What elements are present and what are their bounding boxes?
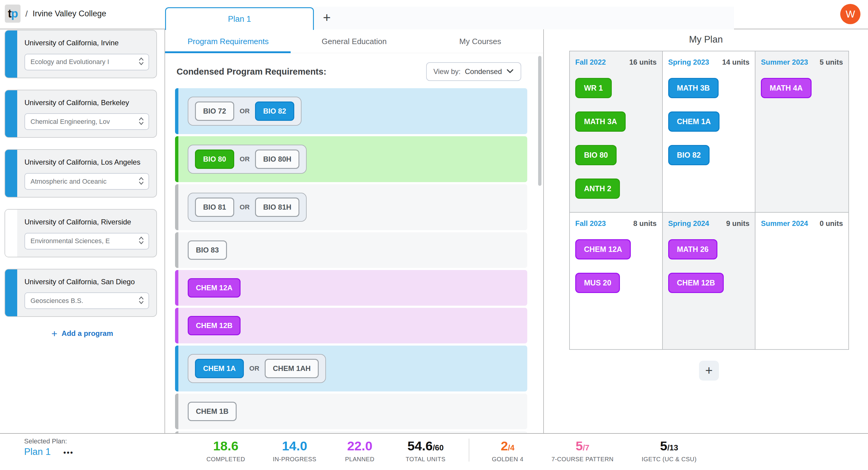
stat-label: IN-PROGRESS <box>273 456 316 463</box>
course-pill-bio-80h[interactable]: BIO 80H <box>255 149 300 169</box>
program-card-uc-san-diego[interactable]: University of California, San Diego Geos… <box>4 269 157 317</box>
program-card-uc-riverside[interactable]: University of California, Riverside Envi… <box>4 209 157 257</box>
course-pill-chem-12a[interactable]: CHEM 12A <box>188 278 241 297</box>
user-avatar[interactable]: W <box>840 4 861 24</box>
stat-value: 14.0 <box>282 439 307 453</box>
stat-value: 18.6 <box>213 439 239 453</box>
program-card-uc-berkeley[interactable]: University of California, Berkeley Chemi… <box>4 90 157 138</box>
program-select-value: Geosciences B.S. <box>30 297 136 305</box>
program-card-uc-los-angeles[interactable]: University of California, Los Angeles At… <box>4 149 157 198</box>
scrollbar-thumb[interactable] <box>538 56 541 186</box>
program-select-value: Environmental Sciences, E <box>30 237 136 245</box>
program-select[interactable]: Environmental Sciences, E <box>25 233 149 249</box>
course-pill-chem-12b[interactable]: CHEM 12B <box>188 316 241 335</box>
plan-chip-chem-12a[interactable]: CHEM 12A <box>575 239 631 260</box>
select-chevrons-icon <box>138 236 144 246</box>
course-pill-bio-82[interactable]: BIO 82 <box>255 101 294 121</box>
plan-chip-mus-20[interactable]: MUS 20 <box>575 273 620 293</box>
or-group: CHEM 1A OR CHEM 1AH <box>188 354 326 383</box>
plan-chip-wr-1[interactable]: WR 1 <box>575 78 612 98</box>
plan-chip-bio-82[interactable]: BIO 82 <box>668 145 710 165</box>
program-select[interactable]: Chemical Engineering, Lov <box>25 113 149 130</box>
requirements-header: Condensed Program Requirements: View by:… <box>165 53 543 81</box>
or-label: OR <box>240 203 250 211</box>
tab-plan-1[interactable]: Plan 1 <box>165 7 314 30</box>
term-cell-spring-2024: Spring 20249 units MATH 26 CHEM 12B <box>663 213 756 349</box>
breadcrumb-college[interactable]: Irvine Valley College <box>33 9 106 19</box>
program-select[interactable]: Atmospheric and Oceanic <box>25 173 149 190</box>
add-program-label: Add a program <box>62 329 113 338</box>
term-units: 8 units <box>633 219 656 228</box>
row-status-stripe <box>175 308 178 344</box>
or-group: BIO 81 OR BIO 81H <box>188 193 307 222</box>
term-name: Spring 2024 <box>668 219 709 228</box>
add-program-button[interactable]: + Add a program <box>0 328 164 339</box>
stat-planned: 22.0 PLANNED <box>345 439 374 463</box>
course-pill-bio-80[interactable]: BIO 80 <box>195 149 234 169</box>
plan-chip-math-3a[interactable]: MATH 3A <box>575 112 626 132</box>
program-card-uc-irvine[interactable]: University of California, Irvine Ecology… <box>4 30 157 78</box>
tab-my-courses[interactable]: My Courses <box>417 30 543 53</box>
plan-subtabs: Program Requirements General Education M… <box>165 30 543 53</box>
logo-letter-p: p <box>11 7 18 20</box>
view-by-dropdown[interactable]: View by: Condensed <box>426 62 521 81</box>
stat-value: 5 <box>576 439 583 453</box>
program-select[interactable]: Ecology and Evolutionary I <box>25 54 149 70</box>
selected-plan-label: Selected Plan: <box>24 437 67 445</box>
plan-chip-anth-2[interactable]: ANTH 2 <box>575 178 620 199</box>
plan-menu-dots[interactable]: ••• <box>63 448 74 457</box>
tab-program-requirements[interactable]: Program Requirements <box>165 30 291 53</box>
stat-value: 2 <box>501 439 508 453</box>
right-panel-divider <box>543 29 544 433</box>
or-label: OR <box>249 364 259 373</box>
course-pill-chem-1b[interactable]: CHEM 1B <box>188 402 237 421</box>
view-by-label: View by: <box>433 67 461 76</box>
requirement-row-chem1b: CHEM 1B <box>175 393 527 429</box>
stat-total-units: 54.6/60 TOTAL UNITS <box>406 439 445 463</box>
course-pill-bio-83[interactable]: BIO 83 <box>188 240 227 260</box>
stat-label: GOLDEN 4 <box>492 456 523 463</box>
stat-suffix: /60 <box>433 443 444 452</box>
selected-plan-name[interactable]: Plan 1 <box>24 446 51 457</box>
my-plan-title: My Plan <box>544 34 868 45</box>
term-name: Spring 2023 <box>668 58 709 66</box>
select-chevrons-icon <box>138 57 144 67</box>
plan-chip-math-26[interactable]: MATH 26 <box>668 239 717 260</box>
add-plan-tab-icon[interactable]: + <box>323 11 331 24</box>
or-group: BIO 80 OR BIO 80H <box>188 145 307 174</box>
plan-chip-chem-12b[interactable]: CHEM 12B <box>668 273 724 293</box>
term-cell-summer-2023: Summer 20235 units MATH 4A <box>755 51 848 213</box>
transfer-planner-app: tp / Irvine Valley College Plan 1 + W Un… <box>0 0 868 470</box>
program-select[interactable]: Geosciences B.S. <box>25 292 149 309</box>
requirements-heading: Condensed Program Requirements: <box>177 67 326 77</box>
term-name: Fall 2023 <box>575 219 606 228</box>
app-logo[interactable]: tp <box>5 4 21 23</box>
term-units: 14 units <box>722 58 750 66</box>
active-tab-underline <box>165 51 291 53</box>
tab-general-education[interactable]: General Education <box>291 30 417 53</box>
stat-suffix: /4 <box>508 443 515 452</box>
program-selected-stripe <box>5 30 17 78</box>
course-pill-chem-1a[interactable]: CHEM 1A <box>195 359 244 378</box>
requirement-row-chem12b: CHEM 12B <box>175 308 527 344</box>
stats-divider <box>469 439 469 462</box>
stat-value: 54.6 <box>407 439 433 453</box>
top-header: tp / Irvine Valley College Plan 1 + W <box>0 0 868 29</box>
stat-completed: 18.6 COMPLETED <box>207 439 245 463</box>
plan-chip-bio-80[interactable]: BIO 80 <box>575 145 617 165</box>
university-name: University of California, San Diego <box>25 277 149 287</box>
requirement-row-bio81-bio81h: BIO 81 OR BIO 81H <box>175 184 527 230</box>
or-label: OR <box>240 107 250 115</box>
or-label: OR <box>240 155 250 163</box>
course-pill-bio-81h[interactable]: BIO 81H <box>255 198 300 217</box>
course-pill-bio-81[interactable]: BIO 81 <box>195 198 234 217</box>
course-pill-bio-72[interactable]: BIO 72 <box>195 101 234 121</box>
course-pill-chem-1ah[interactable]: CHEM 1AH <box>265 359 319 378</box>
term-units: 9 units <box>726 219 749 228</box>
plan-chip-chem-1a[interactable]: CHEM 1A <box>668 112 720 132</box>
plan-chip-math-3b[interactable]: MATH 3B <box>668 78 719 98</box>
requirement-row-chem1a-chem1ah: CHEM 1A OR CHEM 1AH <box>175 346 527 391</box>
stat-7-course-pattern: 5/7 7-COURSE PATTERN <box>551 439 614 463</box>
add-term-button[interactable]: + <box>699 361 719 381</box>
plan-chip-math-4a[interactable]: MATH 4A <box>761 78 811 98</box>
